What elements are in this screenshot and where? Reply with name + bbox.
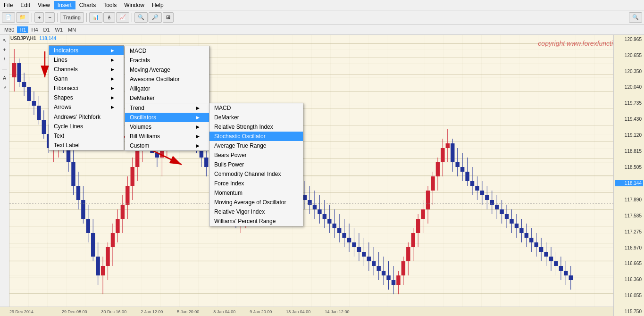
- menu-help[interactable]: Help: [148, 1, 167, 9]
- timeframe-w1[interactable]: W1: [53, 26, 66, 33]
- timeframe-mn[interactable]: MN: [66, 26, 78, 33]
- line-chart-btn[interactable]: 📈: [116, 12, 129, 23]
- price-117890: 117.890: [615, 197, 643, 202]
- timeframe-d1[interactable]: D1: [41, 26, 52, 33]
- price-115750: 115.750: [615, 309, 643, 314]
- svg-rect-8: [27, 87, 31, 101]
- svg-rect-158: [396, 275, 400, 285]
- cursor-tool[interactable]: ↖: [0, 36, 9, 44]
- osc-stochastic[interactable]: Stochastic Oscillator: [209, 132, 303, 141]
- ind-custom[interactable]: Custom: [125, 141, 209, 150]
- osc-bears[interactable]: Bears Power: [209, 150, 303, 160]
- crosshair-tool[interactable]: +: [0, 45, 9, 54]
- svg-rect-178: [446, 143, 450, 148]
- osc-force[interactable]: Force Index: [209, 179, 303, 188]
- insert-cycle[interactable]: Cycle Lines: [49, 122, 124, 131]
- osc-momentum[interactable]: Momentum: [209, 188, 303, 198]
- text-tool[interactable]: A: [0, 74, 9, 82]
- svg-rect-10: [32, 101, 36, 106]
- hline-tool[interactable]: —: [0, 64, 9, 73]
- osc-bulls[interactable]: Bulls Power: [209, 160, 303, 169]
- insert-gann[interactable]: Gann: [49, 74, 124, 83]
- trading-btn[interactable]: Trading: [60, 12, 84, 23]
- ind-alligator[interactable]: Alligator: [125, 84, 209, 93]
- zoom-out-btn[interactable]: −: [45, 12, 54, 23]
- svg-rect-196: [490, 200, 494, 205]
- candle-btn[interactable]: 🕯: [103, 12, 115, 23]
- svg-rect-194: [485, 195, 489, 200]
- new-chart-btn[interactable]: 📄: [2, 12, 15, 23]
- open-btn[interactable]: 📁: [16, 12, 29, 23]
- ind-oscillators[interactable]: Oscillators: [125, 113, 209, 122]
- ind-macd[interactable]: MACD: [125, 46, 209, 56]
- svg-rect-184: [460, 167, 464, 172]
- svg-rect-210: [525, 233, 528, 238]
- zoom-in2-btn[interactable]: 🔍: [134, 12, 148, 23]
- pitchfork-tool[interactable]: ⑂: [0, 83, 9, 91]
- insert-andrews[interactable]: Andrews' Pitchfork: [49, 112, 124, 122]
- osc-macd[interactable]: MACD: [209, 103, 303, 113]
- svg-rect-200: [500, 209, 503, 214]
- insert-indicators[interactable]: Indicators: [49, 46, 124, 55]
- svg-rect-156: [392, 280, 395, 285]
- insert-fibonacci[interactable]: Fibonacci: [49, 83, 124, 93]
- menu-file[interactable]: File: [0, 1, 17, 9]
- fit-btn[interactable]: ⊞: [163, 12, 174, 23]
- line-tool[interactable]: /: [0, 55, 9, 63]
- time-label-6: 9 Jan 20:00: [250, 309, 272, 314]
- osc-wpr[interactable]: Williams' Percent Range: [209, 216, 303, 226]
- oscillators-submenu: MACD DeMarker Relative Strength Index St…: [209, 103, 303, 226]
- ind-volumes[interactable]: Volumes: [125, 122, 209, 132]
- menu-tools[interactable]: Tools: [100, 1, 120, 9]
- price-118815: 118.815: [615, 149, 643, 154]
- insert-shapes[interactable]: Shapes: [49, 93, 124, 102]
- timeframe-m30[interactable]: M30: [2, 26, 17, 33]
- price-116665: 116.665: [615, 261, 643, 266]
- ind-awesome[interactable]: Awesome Oscillator: [125, 75, 209, 84]
- osc-rvi[interactable]: Relative Vigor Index: [209, 207, 303, 216]
- osc-mao[interactable]: Moving Average of Oscillator: [209, 198, 303, 207]
- svg-rect-52: [135, 148, 139, 167]
- svg-rect-198: [495, 205, 499, 209]
- timeframe-h4[interactable]: H4: [29, 26, 40, 33]
- menu-view[interactable]: View: [34, 1, 54, 9]
- sep2: [57, 13, 58, 22]
- time-axis: 29 Dec 2014 29 Dec 08:00 30 Dec 16:00 2 …: [0, 307, 613, 316]
- ind-moving-avg[interactable]: Moving Average: [125, 65, 209, 75]
- osc-rsi[interactable]: Relative Strength Index: [209, 122, 303, 132]
- insert-text[interactable]: Text: [49, 131, 124, 141]
- svg-rect-50: [131, 167, 134, 186]
- bar-chart-btn[interactable]: 📊: [89, 12, 102, 23]
- zoom-out2-btn[interactable]: 🔎: [149, 12, 162, 23]
- insert-textlabel[interactable]: Text Label: [49, 141, 124, 150]
- svg-rect-32: [86, 219, 90, 233]
- ind-trend[interactable]: Trend: [125, 103, 209, 113]
- insert-lines[interactable]: Lines: [49, 55, 124, 65]
- search-btn[interactable]: 🔍: [629, 12, 642, 23]
- svg-rect-142: [357, 247, 361, 252]
- svg-rect-134: [337, 228, 341, 233]
- ind-demarker[interactable]: DeMarker: [125, 93, 209, 103]
- insert-channels[interactable]: Channels: [49, 65, 124, 74]
- svg-rect-14: [42, 120, 46, 134]
- price-117275: 117.275: [615, 229, 643, 234]
- svg-rect-146: [367, 257, 371, 261]
- ind-bill-williams[interactable]: Bill Williams: [125, 132, 209, 141]
- ind-fractals[interactable]: Fractals: [125, 56, 209, 65]
- svg-rect-60: [155, 153, 159, 158]
- price-117585: 117.585: [615, 213, 643, 218]
- osc-demarker[interactable]: DeMarker: [209, 113, 303, 122]
- menu-edit[interactable]: Edit: [17, 1, 34, 9]
- menu-insert[interactable]: Insert: [54, 1, 75, 9]
- time-label-5: 8 Jan 04:00: [213, 309, 235, 314]
- osc-atr[interactable]: Average True Range: [209, 141, 303, 150]
- menu-window[interactable]: Window: [120, 1, 148, 9]
- svg-rect-168: [421, 209, 425, 219]
- zoom-in-btn[interactable]: +: [34, 12, 44, 23]
- menu-charts[interactable]: Charts: [75, 1, 100, 9]
- osc-cci[interactable]: Commodity Channel Index: [209, 169, 303, 179]
- svg-rect-176: [441, 148, 444, 162]
- svg-rect-120: [303, 195, 307, 200]
- insert-arrows[interactable]: Arrows: [49, 102, 124, 112]
- timeframe-h1[interactable]: H1: [17, 26, 28, 33]
